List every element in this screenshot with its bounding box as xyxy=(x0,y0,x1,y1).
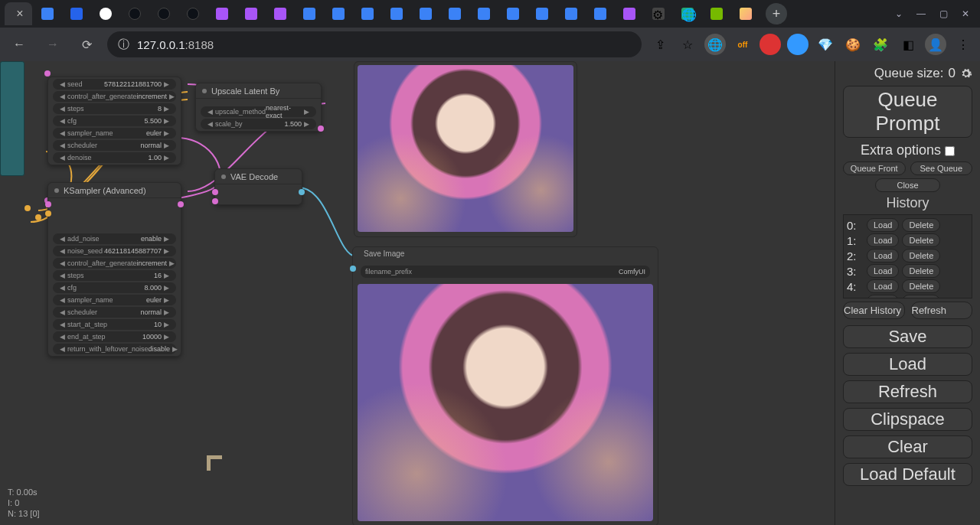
upscale-latent-node[interactable]: Upscale Latent By ◀upscale_methodnearest… xyxy=(195,83,322,132)
node-widget[interactable]: ◀seed578122121881700▶ xyxy=(53,79,176,90)
browser-tab[interactable] xyxy=(121,2,149,25)
profile-icon[interactable]: 👤 xyxy=(925,34,946,55)
gear-icon[interactable] xyxy=(960,67,972,80)
node-port[interactable] xyxy=(299,189,305,195)
extension-icon[interactable]: 💎 xyxy=(815,34,836,55)
back-button[interactable]: ← xyxy=(6,31,32,57)
browser-tab[interactable] xyxy=(470,2,498,25)
browser-tab[interactable] xyxy=(34,2,61,25)
filename-prefix-widget[interactable]: filename_prefix ComfyUI xyxy=(361,266,650,278)
node-widget[interactable]: ◀sampler_nameeuler▶ xyxy=(53,128,176,139)
node-widget[interactable]: ◀return_with_leftover_noisedisable▶ xyxy=(53,344,176,354)
node-port[interactable] xyxy=(24,205,31,211)
node-port[interactable] xyxy=(44,70,51,77)
node-port[interactable] xyxy=(35,214,41,220)
browser-tab[interactable] xyxy=(732,2,760,25)
refresh-history-button[interactable]: Refresh xyxy=(911,302,973,319)
browser-tab[interactable] xyxy=(703,2,730,25)
queue-prompt-button[interactable]: Queue Prompt xyxy=(843,86,972,138)
node-port[interactable] xyxy=(318,126,324,132)
site-info-icon[interactable]: ⓘ xyxy=(118,38,129,52)
minimize-icon[interactable]: — xyxy=(916,8,926,19)
node-widget[interactable]: ◀denoise1.00▶ xyxy=(53,152,176,163)
chevron-down-icon[interactable]: ⌄ xyxy=(895,8,903,19)
node-port[interactable] xyxy=(45,210,51,217)
browser-tab[interactable] xyxy=(412,2,439,25)
load-default-button[interactable]: Load Default xyxy=(843,463,972,486)
window-close-icon[interactable]: ✕ xyxy=(962,8,969,19)
extension-icon[interactable]: off xyxy=(732,34,753,55)
node-widget[interactable]: ◀steps8▶ xyxy=(53,103,176,114)
sidepanel-icon[interactable]: ◧ xyxy=(897,34,919,55)
history-load-button[interactable]: Load xyxy=(867,233,899,247)
history-list[interactable]: 0: Load Delete 1: Load Delete 2: Load De… xyxy=(843,214,972,298)
browser-tab[interactable]: ⚙ xyxy=(645,2,672,25)
node-widget[interactable]: ◀cfg8.000▶ xyxy=(53,282,176,293)
address-bar[interactable]: ⓘ 127.0.0.1:8188 xyxy=(107,31,642,57)
clear-history-button[interactable]: Clear History xyxy=(843,302,905,319)
see-queue-button[interactable]: See Queue xyxy=(910,161,973,175)
node-port[interactable] xyxy=(178,201,184,207)
node-widget[interactable]: ◀end_at_step10000▶ xyxy=(53,331,176,342)
vae-decode-node[interactable]: VAE Decode xyxy=(214,168,302,205)
extra-options-checkbox[interactable] xyxy=(945,146,955,156)
node-widget[interactable]: ◀noise_seed462118145887707▶ xyxy=(53,246,176,256)
browser-tab[interactable] xyxy=(266,2,294,25)
node-widget[interactable]: ◀sampler_nameeuler▶ xyxy=(53,295,176,305)
browser-tab[interactable] xyxy=(296,2,323,25)
history-delete-button[interactable]: Delete xyxy=(902,264,940,278)
preview-image-node[interactable] xyxy=(354,61,577,237)
browser-tab[interactable] xyxy=(179,2,207,25)
history-load-button[interactable]: Load xyxy=(867,279,899,293)
browser-tab[interactable] xyxy=(237,2,265,25)
new-tab-button[interactable]: + xyxy=(766,3,787,24)
browser-tab[interactable] xyxy=(63,2,90,25)
browser-tab[interactable] xyxy=(325,2,352,25)
extension-icon[interactable]: 🍪 xyxy=(842,34,864,55)
menu-icon[interactable]: ⋮ xyxy=(952,34,974,55)
node-widget[interactable]: ◀scale_by1.500▶ xyxy=(201,119,316,129)
node-widget[interactable]: ◀control_after_generateincrement▶ xyxy=(53,258,176,269)
browser-tab[interactable] xyxy=(92,2,119,25)
history-delete-button[interactable]: Delete xyxy=(902,279,940,293)
history-delete-button[interactable]: Delete xyxy=(902,249,940,262)
browser-tab[interactable] xyxy=(499,2,527,25)
node-port[interactable] xyxy=(212,198,218,204)
ksampler-node[interactable]: ◀seed578122121881700▶◀control_after_gene… xyxy=(47,77,181,165)
history-delete-button[interactable]: Delete xyxy=(902,233,940,247)
node-widget[interactable]: ◀start_at_step10▶ xyxy=(53,319,176,330)
bookmark-icon[interactable]: ☆ xyxy=(677,34,698,55)
browser-tab[interactable] xyxy=(354,2,381,25)
browser-tab[interactable] xyxy=(528,2,556,25)
clear-button[interactable]: Clear xyxy=(843,435,972,458)
browser-tab[interactable]: 🌐 xyxy=(674,2,701,25)
refresh-button[interactable]: Refresh xyxy=(843,380,972,403)
node-widget[interactable]: ◀schedulernormal▶ xyxy=(53,307,176,318)
browser-tab[interactable] xyxy=(586,2,614,25)
history-delete-button[interactable]: Delete xyxy=(902,295,940,298)
browser-tab[interactable] xyxy=(616,2,643,25)
browser-tab[interactable] xyxy=(208,2,236,25)
close-button[interactable]: Close xyxy=(875,178,940,192)
browser-tab[interactable] xyxy=(150,2,178,25)
extension-icon[interactable] xyxy=(787,34,808,55)
browser-tab[interactable] xyxy=(557,2,585,25)
history-delete-button[interactable]: Delete xyxy=(902,218,940,232)
extension-icon[interactable] xyxy=(760,34,781,55)
forward-button[interactable]: → xyxy=(40,31,66,57)
history-load-button[interactable]: Load xyxy=(867,295,899,298)
close-icon[interactable]: × xyxy=(16,7,23,21)
node-widget[interactable]: ◀steps16▶ xyxy=(53,270,176,281)
node-widget[interactable]: ◀control_after_generateincrement▶ xyxy=(53,91,176,102)
browser-tab[interactable] xyxy=(383,2,410,25)
history-load-button[interactable]: Load xyxy=(867,218,899,232)
extra-options-toggle[interactable]: Extra options xyxy=(843,142,972,158)
queue-front-button[interactable]: Queue Front xyxy=(843,161,906,175)
node-port[interactable] xyxy=(212,189,218,195)
history-load-button[interactable]: Load xyxy=(867,249,899,262)
node-widget[interactable]: ◀schedulernormal▶ xyxy=(53,140,176,151)
extensions-menu-icon[interactable]: 🧩 xyxy=(870,34,891,55)
share-icon[interactable]: ⇪ xyxy=(649,34,671,55)
node-widget[interactable]: ◀add_noiseenable▶ xyxy=(53,233,176,244)
save-button[interactable]: Save xyxy=(843,325,972,348)
